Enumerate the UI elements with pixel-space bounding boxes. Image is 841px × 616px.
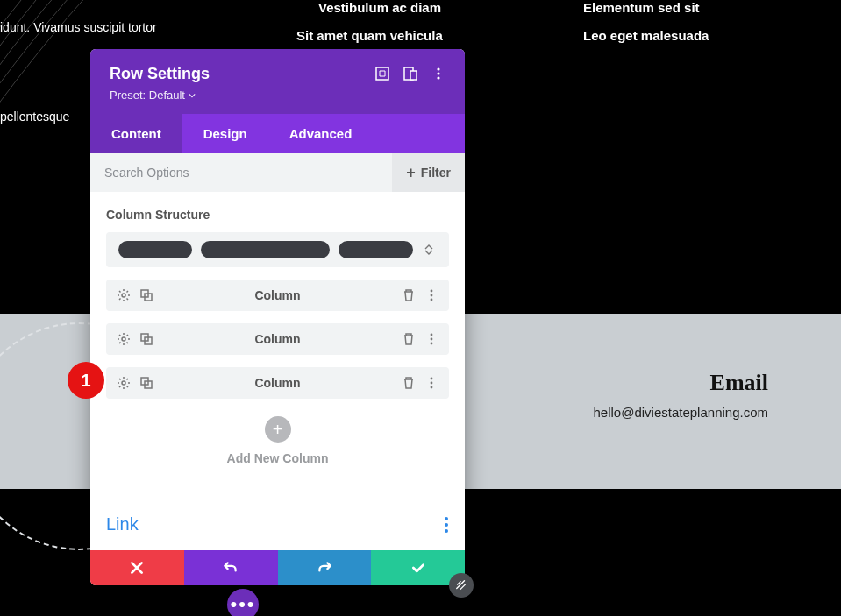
column-row-label: Column: [254, 288, 300, 302]
more-vertical-icon[interactable]: [431, 67, 445, 81]
column-row-label: Column: [254, 332, 300, 346]
more-fab[interactable]: •••: [227, 589, 259, 616]
search-input[interactable]: [90, 153, 392, 192]
svg-point-26: [445, 529, 448, 533]
bg-text: Elementum sed sit: [583, 0, 700, 15]
email-value: hello@diviestateplanning.com: [593, 405, 768, 420]
svg-point-9: [431, 290, 433, 293]
column-structure-label: Column Structure: [106, 208, 449, 222]
svg-point-24: [445, 517, 448, 520]
svg-point-11: [431, 299, 433, 301]
column-structure-selector[interactable]: [106, 232, 449, 267]
structure-col: [339, 241, 412, 258]
svg-rect-0: [376, 67, 388, 80]
resize-handle[interactable]: [449, 573, 474, 598]
bg-text: idunt. Vivamus suscipit tortor: [0, 20, 157, 34]
preset-label: Preset: Default: [110, 89, 185, 102]
column-row[interactable]: Column: [106, 323, 449, 355]
svg-point-5: [437, 76, 439, 79]
ellipsis-icon: •••: [230, 593, 255, 616]
svg-point-18: [122, 381, 125, 385]
more-vertical-icon[interactable]: [424, 288, 438, 302]
svg-point-17: [431, 343, 433, 345]
svg-point-21: [431, 378, 433, 380]
duplicate-icon[interactable]: [139, 288, 153, 302]
svg-point-6: [122, 294, 125, 297]
tab-advanced[interactable]: Advanced: [268, 114, 374, 153]
column-row[interactable]: Column: [106, 280, 449, 311]
resize-icon: [455, 579, 467, 591]
svg-rect-2: [410, 71, 417, 80]
column-row[interactable]: Column: [106, 367, 449, 399]
column-row-label: Column: [254, 376, 300, 390]
undo-icon: [223, 560, 239, 576]
filter-label: Filter: [421, 166, 451, 180]
redo-button[interactable]: [278, 550, 372, 585]
add-column-label: Add New Column: [227, 451, 329, 465]
bg-text: Sit amet quam vehicula: [296, 28, 443, 43]
trash-icon[interactable]: [402, 376, 416, 390]
modal-footer: [90, 550, 465, 585]
cancel-button[interactable]: [90, 550, 184, 585]
duplicate-icon[interactable]: [139, 376, 153, 390]
redo-icon: [317, 560, 332, 576]
link-section: Link: [90, 493, 465, 550]
expand-icon[interactable]: [375, 67, 389, 81]
structure-col: [201, 241, 330, 258]
add-column[interactable]: + Add New Column: [106, 399, 449, 471]
svg-point-25: [445, 523, 448, 527]
trash-icon[interactable]: [402, 332, 416, 346]
close-icon: [129, 560, 145, 576]
svg-point-16: [431, 338, 433, 341]
check-icon: [410, 560, 426, 576]
responsive-icon[interactable]: [403, 67, 417, 81]
bg-text: Vestibulum ac diam: [318, 0, 441, 15]
trash-icon[interactable]: [402, 288, 416, 302]
svg-point-12: [122, 337, 125, 341]
undo-button[interactable]: [184, 550, 278, 585]
more-vertical-icon[interactable]: [424, 332, 438, 346]
svg-point-23: [431, 386, 433, 389]
structure-col: [118, 241, 192, 258]
chevron-down-icon: [189, 92, 196, 99]
tab-design[interactable]: Design: [182, 114, 268, 153]
duplicate-icon[interactable]: [139, 332, 153, 346]
svg-point-3: [437, 67, 439, 70]
gear-icon[interactable]: [117, 288, 131, 302]
preset-selector[interactable]: Preset: Default: [110, 89, 210, 102]
more-vertical-icon[interactable]: [424, 376, 438, 390]
link-section-title[interactable]: Link: [106, 514, 139, 535]
gear-icon[interactable]: [117, 376, 131, 390]
bg-text: Leo eget malesuada: [583, 28, 709, 43]
modal-header: Row Settings Preset: Default: [90, 49, 465, 114]
more-vertical-icon[interactable]: [444, 516, 449, 534]
plus-icon[interactable]: +: [265, 416, 291, 443]
svg-point-15: [431, 334, 433, 336]
svg-point-22: [431, 382, 433, 385]
email-heading: Email: [710, 370, 768, 396]
step-badge: 1: [68, 362, 104, 399]
modal-title: Row Settings: [110, 65, 210, 83]
row-settings-modal: Row Settings Preset: Default Content Des…: [90, 49, 465, 585]
tabs: Content Design Advanced: [90, 114, 465, 153]
column-structure-section: Column Structure Column: [90, 192, 465, 471]
tab-content[interactable]: Content: [90, 114, 182, 153]
gear-icon[interactable]: [117, 332, 131, 346]
structure-updown-icon[interactable]: [422, 244, 437, 255]
filter-button[interactable]: + Filter: [392, 153, 465, 192]
bg-text: pellentesque: [0, 110, 69, 124]
search-bar: + Filter: [90, 153, 465, 192]
svg-point-10: [431, 294, 433, 297]
svg-point-4: [437, 72, 439, 74]
